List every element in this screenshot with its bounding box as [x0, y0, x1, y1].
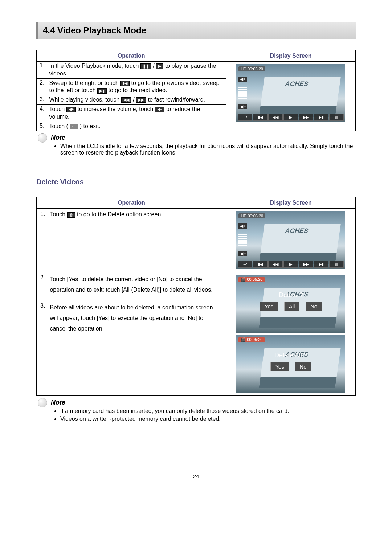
col-header-operation: Operation: [37, 50, 226, 62]
pb-prev-icon: ▮◀: [253, 114, 268, 121]
pb-play-icon: ▶: [283, 114, 298, 121]
return-icon: ⮐: [70, 124, 78, 129]
pb-play-icon: ▶: [283, 261, 298, 268]
play-icon: ▶: [156, 63, 163, 69]
display-cell: HD 00:05:20 ◀+ ◀− ⮐ ▮◀ ◀◀ ▶ ▶▶ ▶▮ 🗑: [226, 209, 355, 272]
boat-image: [259, 224, 341, 264]
note-item: When the LCD is idle for a few seconds, …: [60, 143, 356, 156]
dialog-yes-button: Yes: [270, 362, 289, 371]
delete-dialog: Delete ? Yes All No: [236, 291, 345, 311]
pb-rew-icon: ◀◀: [268, 114, 283, 121]
volume-up-icon: ◀+: [66, 107, 76, 112]
volume-bar: ◀+ ◀−: [238, 223, 247, 256]
dialog-yes-button: Yes: [260, 302, 278, 311]
note-block: Note If a memory card has been inserted,…: [36, 399, 356, 422]
vol-minus-icon: ◀−: [238, 251, 247, 256]
delete-all-confirm-screenshot: 🎬 00:05:20 Delete All ? Yes No: [236, 335, 345, 393]
pb-rew-icon: ◀◀: [268, 261, 283, 268]
pb-prev-icon: ▮◀: [253, 261, 268, 268]
col-header-operation: Operation: [37, 197, 226, 209]
pb-trash-icon: 🗑: [329, 114, 344, 121]
delete-option-screenshot: HD 00:05:20 ◀+ ◀− ⮐ ▮◀ ◀◀ ▶ ▶▶ ▶▮ 🗑: [236, 211, 345, 269]
step-text: Touch ◀+ to increase the volume; touch ◀…: [49, 106, 220, 121]
page-number: 24: [36, 473, 356, 479]
step-num: 1.: [40, 62, 48, 69]
hd-time-badge: 🎬 00:05:20: [238, 277, 265, 282]
col-header-display: Display Screen: [226, 197, 355, 209]
pb-trash-icon: 🗑: [329, 261, 344, 268]
vol-minus-icon: ◀−: [238, 104, 247, 109]
vol-plus-icon: ◀+: [238, 77, 247, 82]
note-heading: Note: [51, 134, 356, 141]
hd-time-badge: 🎬 00:05:20: [238, 337, 265, 342]
step-text: Sweep to the right or touch ▮◀ to go to …: [49, 79, 220, 95]
step-num: 2.: [40, 274, 48, 281]
note-heading: Note: [51, 399, 356, 406]
delete-all-dialog: Delete All ? Yes No: [236, 352, 345, 371]
delete-all-dialog-title: Delete All ?: [236, 352, 345, 359]
step-num: 3.: [40, 303, 48, 309]
step-num: 5.: [40, 123, 48, 129]
rewind-icon: ◀◀: [121, 97, 131, 103]
next-icon: ▶▮: [97, 88, 107, 94]
hd-time-badge: HD 00:05:20: [238, 213, 265, 218]
display-cell: HD 00:05:20 ◀+ ◀− ⮐ ▮◀ ◀◀ ▶ ▶▶ ▶▮ 🗑: [226, 62, 356, 131]
step-num: 4.: [40, 106, 48, 112]
note-block: Note When the LCD is idle for a few seco…: [36, 134, 356, 156]
pb-next-icon: ▶▮: [314, 114, 328, 121]
delete-table: Operation Display Screen 1. Touch 🗑 to g…: [36, 197, 356, 396]
step-text: Before all videos are about to be delete…: [50, 303, 220, 334]
dialog-no-button: No: [295, 362, 311, 371]
delete-confirm-screenshot: 🎬 00:05:20 Delete ? Yes All No: [236, 275, 345, 333]
pb-fwd-icon: ▶▶: [299, 261, 313, 268]
pb-next-icon: ▶▮: [314, 261, 328, 268]
step-text: Touch ( ⮐ ) to exit.: [49, 123, 220, 130]
display-cell: 🎬 00:05:20 Delete ? Yes All No 🎬 00:05:2…: [226, 272, 355, 396]
pb-return-icon: ⮐: [238, 114, 252, 121]
pb-fwd-icon: ▶▶: [299, 114, 313, 121]
step-text: While playing videos, touch ◀◀ / ▶▶ to f…: [49, 96, 220, 104]
step-text: Touch 🗑 to go to the Delete option scree…: [50, 211, 220, 218]
note-item: Videos on a written-protected memory car…: [60, 416, 356, 422]
step-text: In the Video Playback mode, touch ❚❚ / ▶…: [49, 62, 220, 78]
col-header-display: Display Screen: [226, 50, 356, 62]
note-item: If a memory card has been inserted, you …: [60, 408, 356, 414]
step-text: Touch [Yes] to delete the current video …: [50, 274, 220, 295]
playback-control-bar: ⮐ ▮◀ ◀◀ ▶ ▶▶ ▶▮ 🗑: [238, 114, 344, 121]
step-num: 3.: [40, 96, 48, 103]
playback-screenshot: HD 00:05:20 ◀+ ◀− ⮐ ▮◀ ◀◀ ▶ ▶▶ ▶▮ 🗑: [236, 64, 345, 122]
hd-time-badge: HD 00:05:20: [238, 66, 265, 71]
volume-down-icon: ◀−: [155, 107, 164, 112]
step-num: 1.: [40, 211, 48, 217]
forward-icon: ▶▶: [136, 97, 146, 103]
playback-table: Operation Display Screen 1. In the Video…: [36, 50, 356, 131]
step-num: 2.: [40, 79, 48, 86]
prev-icon: ▮◀: [120, 81, 130, 86]
section-heading: 4.4 Video Playback Mode: [36, 22, 356, 39]
dialog-no-button: No: [306, 302, 322, 311]
delete-dialog-title: Delete ?: [236, 291, 345, 299]
dialog-all-button: All: [284, 302, 300, 311]
pb-return-icon: ⮐: [238, 261, 252, 268]
volume-bar: ◀+ ◀−: [238, 77, 247, 109]
playback-control-bar: ⮐ ▮◀ ◀◀ ▶ ▶▶ ▶▮ 🗑: [238, 261, 344, 268]
delete-videos-heading: Delete Videos: [36, 178, 356, 186]
pause-icon: ❚❚: [140, 63, 151, 69]
boat-image: [259, 77, 340, 117]
vol-plus-icon: ◀+: [238, 223, 247, 229]
trash-icon: 🗑: [67, 212, 75, 218]
